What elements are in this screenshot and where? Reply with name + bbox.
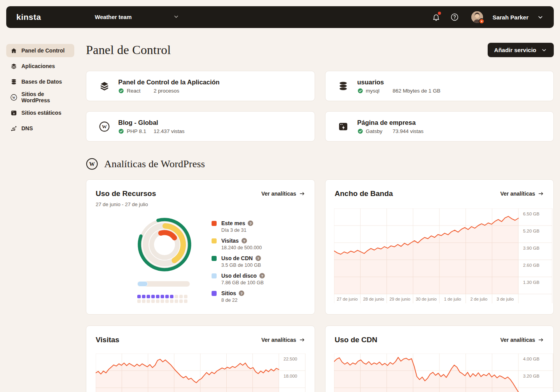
sites-grid [137, 295, 187, 303]
team-selector[interactable]: Weather team [95, 14, 179, 21]
cdn-title: Uso de CDN [335, 336, 378, 344]
site-square [165, 299, 169, 303]
visits-analytics-link[interactable]: Ver analíticas [261, 337, 305, 343]
home-icon [10, 47, 17, 54]
help-icon[interactable]: ? [242, 238, 247, 243]
site-square [137, 295, 141, 298]
service-status: React [127, 88, 154, 94]
help-icon[interactable]: ? [259, 273, 265, 278]
svg-text:27 de junio: 27 de junio [336, 297, 357, 301]
svg-text:3.20 GB: 3.20 GB [523, 374, 540, 378]
legend-value: Día 3 de 31 [221, 228, 253, 233]
visits-card: Visitas Ver analíticas 22.50018.000 [86, 326, 315, 392]
svg-text:4.00 GB: 4.00 GB [523, 357, 540, 361]
site-square [175, 299, 178, 303]
service-detail: 2 procesos [154, 88, 179, 94]
database-icon [10, 79, 17, 85]
sidebar-item-aplicaciones[interactable]: Aplicaciones [6, 60, 74, 73]
link-label: Ver analíticas [261, 191, 296, 197]
status-check-icon [118, 128, 124, 134]
site-square [179, 295, 183, 298]
help-icon[interactable]: ? [239, 290, 244, 296]
help-button[interactable] [450, 12, 460, 22]
legend-value: 3.5 GB de 100 GB [221, 262, 261, 268]
service-title: usuarios [357, 79, 441, 86]
site-square [147, 295, 150, 298]
link-label: Ver analíticas [500, 191, 535, 197]
arrow-right-icon [299, 191, 305, 197]
team-name: Weather team [95, 14, 132, 20]
svg-text:W: W [89, 161, 95, 167]
service-detail: 73.944 vistas [393, 128, 424, 134]
status-check-icon [357, 128, 363, 134]
legend-label: Sitios [221, 290, 236, 296]
legend-swatch [212, 273, 217, 278]
page-title: Panel de Control [86, 43, 171, 57]
service-card[interactable]: W Blog - Global PHP 8.1 12.437 vistas [86, 111, 315, 142]
cdn-card: Uso de CDN Ver analíticas 4.00 GB3.20 GB [325, 326, 554, 392]
legend-row: Este mes ? Día 3 de 31 [212, 220, 265, 233]
sidebar-item-sitios-de-wordpress[interactable]: W Sitios de WordPress [6, 91, 74, 104]
bandwidth-analytics-link[interactable]: Ver analíticas [500, 191, 544, 197]
user-avatar[interactable] [471, 11, 483, 23]
sidebar-item-bases-de-datos[interactable]: Bases de Datos [6, 75, 74, 88]
site-square [142, 295, 145, 298]
site-square [170, 299, 173, 303]
legend-swatch [212, 221, 217, 226]
notification-dot [438, 12, 441, 15]
sidebar-item-sitios-est-ticos[interactable]: Sitios estáticos [6, 106, 74, 119]
arrow-right-icon [538, 337, 544, 343]
svg-text:5.20 GB: 5.20 GB [523, 229, 540, 233]
legend-swatch [212, 238, 217, 243]
sidebar-item-dns[interactable]: DNS [6, 122, 74, 135]
layers-icon [98, 81, 111, 91]
legend-label: Uso del disco [221, 273, 257, 279]
chevron-down-icon [541, 47, 547, 53]
cdn-analytics-link[interactable]: Ver analíticas [500, 337, 544, 343]
svg-text:3.90 GB: 3.90 GB [523, 246, 540, 250]
chevron-down-icon[interactable] [537, 14, 544, 21]
site-square [151, 299, 155, 303]
site-square [170, 295, 173, 298]
sidebar-item-label: Sitios de WordPress [21, 91, 70, 103]
legend-label: Visitas [221, 238, 239, 244]
resources-analytics-link[interactable]: Ver analíticas [261, 191, 305, 197]
service-detail: 862 Mbytes de 1 GB [393, 88, 441, 94]
site-square [151, 295, 155, 298]
svg-text:22.500: 22.500 [284, 357, 297, 361]
top-navbar: kinsta Weather team Sarah Parker [6, 6, 554, 28]
service-status: Gatsby [366, 128, 393, 134]
chevron-down-icon [173, 14, 179, 21]
help-icon [450, 13, 459, 21]
notifications-button[interactable] [431, 12, 441, 22]
static-site-icon [337, 121, 350, 132]
site-square [184, 295, 187, 298]
arrow-right-icon [299, 337, 305, 343]
help-icon[interactable]: ? [256, 256, 261, 261]
svg-text:2.60 GB: 2.60 GB [523, 263, 540, 268]
sidebar-item-label: Bases de Datos [21, 79, 62, 85]
service-card[interactable]: Página de empresa Gatsby 73.944 vistas [325, 111, 554, 142]
help-icon[interactable]: ? [248, 220, 253, 226]
section-title: Analíticas de WordPress [104, 158, 205, 170]
site-square [179, 299, 183, 303]
legend-value: 7.86 GB de 100 GB [221, 280, 265, 285]
database-icon [337, 81, 350, 91]
kinsta-logo: kinsta [16, 12, 41, 22]
svg-text:29 de junio: 29 de junio [389, 297, 410, 301]
site-square [147, 299, 150, 303]
service-title: Página de empresa [357, 119, 424, 126]
sidebar-item-panel-de-control[interactable]: Panel de Control [6, 44, 74, 57]
service-card[interactable]: usuarios mysql 862 Mbytes de 1 GB [325, 71, 554, 101]
svg-text:W: W [102, 124, 107, 130]
legend-swatch [212, 256, 217, 261]
add-service-label: Añadir servicio [494, 47, 536, 53]
resources-date-range: 27 de junio - 27 de julio [96, 201, 305, 207]
service-cards: Panel de Control de la Aplicación React … [86, 71, 554, 142]
static-site-icon [10, 110, 17, 116]
add-service-button[interactable]: Añadir servicio [488, 43, 554, 57]
svg-text:30 de junio: 30 de junio [416, 297, 437, 301]
arrow-right-icon [538, 191, 544, 197]
bandwidth-title: Ancho de Banda [335, 189, 393, 198]
service-card[interactable]: Panel de Control de la Aplicación React … [86, 71, 315, 101]
